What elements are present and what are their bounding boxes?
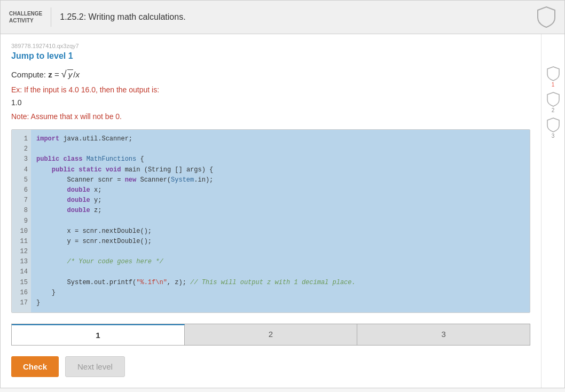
header-divider [51,7,51,27]
right-sidebar: 1 2 3 [541,34,564,388]
sidebar-level-1-num: 1 [552,82,555,88]
next-level-button: Next level [65,356,125,377]
sidebar-level-3-num: 3 [552,133,555,139]
line-numbers: 12345 678910 1112131415 1617 [12,130,31,312]
action-buttons: Check Next level [11,356,530,377]
sidebar-level-2-num: 2 [552,107,555,113]
tab-level-1[interactable]: 1 [12,324,185,345]
badge-shield-icon [537,6,556,28]
sidebar-shield-3-icon [547,117,560,132]
compute-instruction: Compute: z = √ y /x [11,69,530,79]
jump-to-level-link[interactable]: Jump to level 1 [11,51,73,61]
sidebar-level-3[interactable]: 3 [547,117,560,139]
sidebar-level-2[interactable]: 2 [547,92,560,113]
header: CHALLENGE ACTIVITY 1.25.2: Writing math … [1,1,564,34]
math-expression: √ y /x [61,69,80,79]
note-text: Note: Assume that x will not be 0. [11,112,530,121]
tab-level-3[interactable]: 3 [357,324,530,345]
content-area: 389778.1927410.qx3zqy7 Jump to level 1 C… [1,34,541,388]
app-container: CHALLENGE ACTIVITY 1.25.2: Writing math … [0,0,565,388]
compute-var: z [48,70,52,79]
header-badge [537,6,556,28]
sidebar-shield-2-icon [547,92,560,107]
code-editor[interactable]: 12345 678910 1112131415 1617 import java… [11,129,530,313]
tab-level-2[interactable]: 2 [185,324,358,345]
sidebar-level-1[interactable]: 1 [547,66,560,88]
output-value: 1.0 [11,98,530,107]
code-body: 12345 678910 1112131415 1617 import java… [12,130,530,312]
activity-id: 389778.1927410.qx3zqy7 [11,43,530,49]
main-layout: 389778.1927410.qx3zqy7 Jump to level 1 C… [1,34,564,388]
level-tabs: 1 2 3 [11,324,530,346]
sqrt-symbol-icon: √ [61,69,67,79]
challenge-label: CHALLENGE ACTIVITY [9,10,42,24]
check-button[interactable]: Check [11,356,59,377]
header-title: 1.25.2: Writing math calculations. [60,12,185,22]
example-text: Ex: If the input is 4.0 16.0, then the o… [11,85,530,94]
sidebar-shield-1-icon [547,66,560,81]
code-text[interactable]: import java.util.Scanner; public class M… [31,130,530,312]
